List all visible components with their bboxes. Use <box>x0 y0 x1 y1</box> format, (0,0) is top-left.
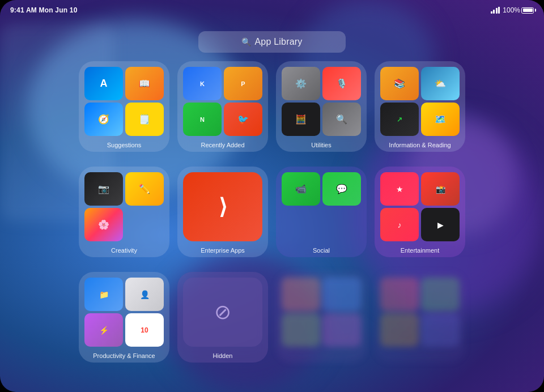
battery-icon: 100% <box>503 6 534 14</box>
status-time: 9:41 AM Mon Jun 10 <box>10 6 78 14</box>
folder-creativity-label: Creativity <box>111 247 137 254</box>
app-pages: P <box>224 67 262 100</box>
ghost2-app1 <box>380 278 419 311</box>
app-library-grid: A 📖 🧭 🗒️ Suggestions K <box>79 61 465 368</box>
folder-productivity-finance[interactable]: 📁 👤 ⚡ 10 Productivity & Finance <box>79 272 169 363</box>
folder-information-reading-label: Information & Reading <box>389 142 450 148</box>
app-ibooks: 📚 <box>380 67 419 100</box>
folder-entertainment-label: Entertainment <box>401 247 439 254</box>
ghost2-app3 <box>380 313 419 347</box>
folder-ghost-1 <box>276 272 367 363</box>
ipad-screen: 9:41 AM Mon Jun 10 100% 🔍 App Library <box>0 0 544 392</box>
folder-creativity[interactable]: 📷 ✏️ 🌸 Creativity <box>79 167 169 257</box>
creativity-apps-grid: 📷 ✏️ 🌸 <box>84 172 164 241</box>
app-books: 📖 <box>125 67 164 100</box>
folder-social-label: Social <box>313 247 330 254</box>
app-facetime: 📹 <box>282 172 320 206</box>
app-files: 📁 <box>84 278 123 311</box>
enterprise-swift-icon: ⟩ <box>183 172 262 241</box>
wifi-icon <box>491 7 500 14</box>
app-shortcuts: ⚡ <box>84 313 123 347</box>
app-contacts: 👤 <box>125 278 164 311</box>
app-photo-booth: 📸 <box>421 172 460 206</box>
folder-utilities[interactable]: ⚙️ 🎙️ 🧮 🔍 Utilities <box>276 61 367 152</box>
folder-social[interactable]: 📹 💬 Social <box>276 167 367 257</box>
battery-pct-label: 100% <box>503 6 520 14</box>
app-reminders: 10 <box>125 313 164 347</box>
social-apps-grid: 📹 💬 <box>282 172 361 241</box>
ghost1-apps <box>282 278 361 347</box>
app-safari: 🧭 <box>84 103 123 136</box>
app-swift-playgrounds: 🐦 <box>224 103 262 136</box>
ghost1-app1 <box>282 278 320 311</box>
recently-added-apps-grid: K P N 🐦 <box>183 67 262 136</box>
hidden-icon: ⊘ <box>183 278 262 347</box>
app-keynote: K <box>183 67 222 100</box>
search-icon: 🔍 <box>241 37 251 46</box>
app-photos: 🌸 <box>84 208 123 241</box>
app-music: ♪ <box>380 208 419 241</box>
folder-productivity-finance-label: Productivity & Finance <box>93 352 155 359</box>
productivity-apps-grid: 📁 👤 ⚡ 10 <box>84 278 164 347</box>
ghost1-app2 <box>322 278 361 311</box>
search-label: App Library <box>254 37 302 47</box>
folder-information-reading[interactable]: 📚 ⛅ ↗ 🗺️ Information & Reading <box>375 61 465 152</box>
app-messages: 💬 <box>322 172 361 206</box>
app-weather: ⛅ <box>421 67 460 100</box>
status-bar: 9:41 AM Mon Jun 10 100% <box>0 0 544 17</box>
ghost2-apps <box>380 278 460 347</box>
status-icons: 100% <box>491 6 534 14</box>
ghost1-app4 <box>322 313 361 347</box>
folder-ghost-2 <box>375 272 465 363</box>
search-bar-container: 🔍 App Library <box>198 31 346 53</box>
app-voice-memos: 🎙️ <box>322 67 361 100</box>
battery-shape <box>521 7 534 14</box>
utilities-apps-grid: ⚙️ 🎙️ 🧮 🔍 <box>282 67 361 136</box>
battery-fill <box>523 8 533 12</box>
ghost2-app4 <box>421 313 460 347</box>
folder-recently-added[interactable]: K P N 🐦 Recently Added <box>177 61 268 152</box>
folder-hidden[interactable]: ⊘ Hidden <box>177 272 268 363</box>
app-top-charts: ★ <box>380 172 419 206</box>
folder-enterprise-apps-label: Enterprise Apps <box>201 247 245 254</box>
ghost1-app3 <box>282 313 320 347</box>
folder-entertainment[interactable]: ★ 📸 ♪ ▶ Entertainment <box>375 167 465 257</box>
entertainment-apps-grid: ★ 📸 ♪ ▶ <box>380 172 460 241</box>
app-maps: 🗺️ <box>421 103 460 136</box>
folder-enterprise-apps[interactable]: ⟩ Enterprise Apps <box>177 167 268 257</box>
folder-hidden-label: Hidden <box>213 352 233 359</box>
search-bar[interactable]: 🔍 App Library <box>198 31 346 53</box>
app-freeform: ✏️ <box>125 172 164 206</box>
folder-utilities-label: Utilities <box>311 142 331 148</box>
folder-suggestions-label: Suggestions <box>107 142 142 148</box>
app-stocks: ↗ <box>380 103 419 136</box>
ghost2-app2 <box>421 278 460 311</box>
suggestions-apps-grid: A 📖 🧭 🗒️ <box>84 67 164 136</box>
app-numbers: N <box>183 103 222 136</box>
app-camera: 📷 <box>84 172 123 206</box>
app-appstore: A <box>84 67 123 100</box>
app-settings: ⚙️ <box>282 67 320 100</box>
folder-recently-added-label: Recently Added <box>201 142 244 148</box>
information-reading-apps-grid: 📚 ⛅ ↗ 🗺️ <box>380 67 460 136</box>
app-calculator: 🧮 <box>282 103 320 136</box>
app-appletv2: ▶ <box>421 208 460 241</box>
folder-suggestions[interactable]: A 📖 🧭 🗒️ Suggestions <box>79 61 169 152</box>
app-magnifier: 🔍 <box>322 103 361 136</box>
app-notes: 🗒️ <box>125 103 164 136</box>
